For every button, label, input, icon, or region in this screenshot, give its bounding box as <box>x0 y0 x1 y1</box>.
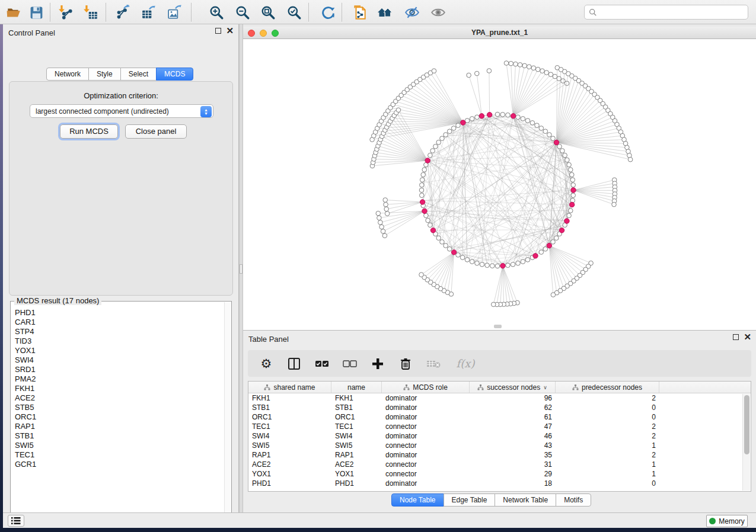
mcds-result-item[interactable]: FKH1 <box>12 384 222 393</box>
mcds-result-item[interactable]: CAR1 <box>12 318 222 327</box>
import-table-button[interactable] <box>82 4 100 21</box>
network-node[interactable] <box>516 115 521 120</box>
mcds-result-item[interactable]: PMA2 <box>12 374 222 384</box>
memory-button[interactable]: Memory <box>706 515 748 527</box>
network-node[interactable] <box>422 168 427 172</box>
network-node[interactable] <box>447 246 452 251</box>
network-node[interactable] <box>432 69 436 73</box>
mcds-result-item[interactable]: ORC1 <box>12 412 222 422</box>
new-network-from-selection-button[interactable] <box>351 4 369 21</box>
network-node[interactable] <box>419 188 424 193</box>
network-node[interactable] <box>495 112 500 117</box>
network-node[interactable] <box>440 136 445 141</box>
network-node[interactable] <box>495 264 500 268</box>
network-node[interactable] <box>470 259 474 264</box>
network-node[interactable] <box>474 71 479 76</box>
network-node[interactable] <box>518 63 522 68</box>
network-node[interactable] <box>436 140 441 145</box>
network-node[interactable] <box>535 123 540 128</box>
delete-table-button[interactable] <box>426 356 441 371</box>
network-node[interactable] <box>444 243 448 248</box>
mcds-result-item[interactable]: GCR1 <box>12 460 222 469</box>
network-node[interactable] <box>543 129 548 134</box>
zoom-selected-button[interactable] <box>285 4 303 21</box>
network-node[interactable] <box>440 240 445 245</box>
bird-eye-view-button[interactable] <box>429 4 447 21</box>
network-node[interactable] <box>506 113 511 117</box>
show-hide-graphics-details-button[interactable] <box>403 4 421 21</box>
network-node[interactable] <box>379 225 384 229</box>
network-node[interactable] <box>465 258 470 262</box>
network-node[interactable] <box>383 198 388 203</box>
network-node[interactable] <box>377 216 382 220</box>
tab-style[interactable]: Style <box>88 68 121 81</box>
network-node[interactable] <box>525 118 530 123</box>
import-network-button[interactable] <box>57 4 75 21</box>
network-node[interactable] <box>480 262 484 267</box>
network-node[interactable] <box>563 153 567 158</box>
network-node[interactable] <box>428 223 433 227</box>
network-scroll-grabber[interactable] <box>494 325 502 328</box>
column-settings-gear-button[interactable]: ⚙ <box>259 356 274 371</box>
network-node[interactable] <box>490 264 495 268</box>
network-node[interactable] <box>511 262 515 267</box>
network-node[interactable] <box>396 108 401 113</box>
network-node[interactable] <box>424 213 429 218</box>
network-dominator-node[interactable] <box>479 114 484 118</box>
network-node[interactable] <box>567 162 572 167</box>
table-row[interactable]: SWI5SWI5connector431 <box>248 441 751 450</box>
mcds-result-item[interactable]: STB1 <box>12 431 222 441</box>
show-columns-button[interactable] <box>286 356 302 371</box>
network-node[interactable] <box>612 202 617 207</box>
network-node[interactable] <box>467 73 471 78</box>
network-node[interactable] <box>419 182 424 187</box>
network-dominator-node[interactable] <box>547 243 551 248</box>
network-node[interactable] <box>509 61 513 66</box>
network-dominator-node[interactable] <box>569 202 574 207</box>
close-panel-icon[interactable]: ✕ <box>226 28 234 34</box>
mcds-result-item[interactable]: SRD1 <box>12 365 222 374</box>
network-node[interactable] <box>521 259 525 264</box>
network-node[interactable] <box>470 117 474 121</box>
function-builder-button[interactable]: f(x) <box>454 356 477 371</box>
table-row[interactable]: ACE2ACE2connector311 <box>248 460 751 469</box>
network-node[interactable] <box>430 149 435 153</box>
network-dominator-node[interactable] <box>420 200 425 204</box>
network-node[interactable] <box>421 172 426 177</box>
run-mcds-button[interactable]: Run MCDS <box>60 124 118 139</box>
network-node[interactable] <box>504 61 509 66</box>
network-node[interactable] <box>385 211 390 216</box>
apply-layout-button[interactable] <box>319 4 337 21</box>
unselect-all-columns-button[interactable] <box>342 356 358 371</box>
show-log-button[interactable] <box>8 515 24 527</box>
table-row[interactable]: PHD1PHD1dominator180 <box>248 479 751 488</box>
network-dominator-node[interactable] <box>559 228 564 233</box>
tab-network-table[interactable]: Network Table <box>495 493 556 507</box>
network-node[interactable] <box>547 133 552 137</box>
network-node[interactable] <box>551 293 556 297</box>
mcds-result-item[interactable]: YOX1 <box>12 346 222 355</box>
network-canvas[interactable] <box>243 39 755 330</box>
tab-network[interactable]: Network <box>46 68 89 81</box>
network-dominator-node[interactable] <box>451 250 456 255</box>
network-dominator-node[interactable] <box>533 254 538 258</box>
network-node[interactable] <box>378 220 383 225</box>
network-node[interactable] <box>530 121 535 126</box>
table-row[interactable]: STB1STB1dominator620 <box>248 403 751 412</box>
network-node[interactable] <box>521 117 525 121</box>
network-node[interactable] <box>539 126 544 131</box>
network-node[interactable] <box>475 261 480 265</box>
network-dominator-node[interactable] <box>564 219 569 223</box>
network-dominator-node[interactable] <box>425 158 430 163</box>
network-node[interactable] <box>571 193 576 198</box>
mcds-result-item[interactable]: RAP1 <box>12 422 222 431</box>
network-node[interactable] <box>567 213 572 218</box>
network-node[interactable] <box>451 126 456 131</box>
create-column-button[interactable] <box>370 356 385 371</box>
network-node[interactable] <box>522 63 527 68</box>
network-node[interactable] <box>516 261 521 265</box>
network-node[interactable] <box>568 209 573 213</box>
network-node[interactable] <box>513 62 518 66</box>
tab-edge-table[interactable]: Edge Table <box>444 493 496 507</box>
network-node[interactable] <box>381 229 385 234</box>
